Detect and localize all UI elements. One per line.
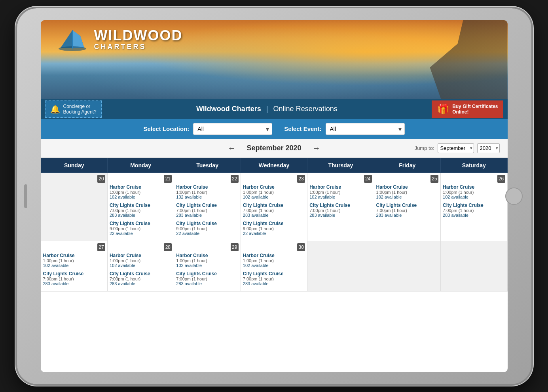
event-25-harbor[interactable]: Harbor Cruise 1:00pm (1 hour) 102 availa… — [376, 184, 438, 199]
cal-day-empty-thu — [307, 241, 374, 291]
calendar-week-2: 27 Harbor Cruise 1:00pm (1 hour) 102 ava… — [41, 241, 507, 291]
cal-day-24: 24 Harbor Cruise 1:00pm (1 hour) 102 ava… — [307, 172, 374, 241]
tablet-frame: WILDWOOD CHARTERS 🔔 Concierge or Booking… — [17, 8, 531, 384]
cal-day-26: 26 Harbor Cruise 1:00pm (1 hour) 102 ava… — [441, 172, 507, 241]
event-23-city-lights-2[interactable]: City Lights Cruise 9:00pm (1 hour) 22 av… — [243, 221, 305, 236]
event-23-harbor[interactable]: Harbor Cruise 1:00pm (1 hour) 102 availa… — [243, 184, 305, 199]
svg-marker-1 — [72, 30, 84, 48]
event-27-harbor[interactable]: Harbor Cruise 1:00pm (1 hour) 102 availa… — [43, 253, 105, 268]
brand-name: WILDWOOD — [94, 28, 183, 43]
calendar-week-1: 20 21 Harbor Cruise 1:00pm (1 hour) 102 … — [41, 172, 507, 241]
calendar-table: Sunday Monday Tuesday Wednesday Thursday… — [41, 158, 508, 292]
event-24-city-lights-1[interactable]: City Lights Cruise 7:00pm (1 hour) 283 a… — [309, 203, 372, 218]
gift-line1: Buy Gift Certificates — [452, 104, 498, 109]
concierge-line2: Booking Agent? — [63, 109, 97, 115]
hero-logo: WILDWOOD CHARTERS — [57, 28, 183, 52]
event-28-city-lights-1[interactable]: City Lights Cruise 7:00pm (1 hour) 283 a… — [110, 271, 172, 286]
event-26-city-lights-1[interactable]: City Lights Cruise 7:00pm (1 hour) 283 a… — [443, 203, 505, 218]
jump-year-select[interactable]: 2019 2020 2021 — [477, 143, 500, 153]
event-21-city-lights-1[interactable]: City Lights Cruise 7:00pm (1 hour) 283 a… — [110, 203, 172, 218]
event-28-harbor[interactable]: Harbor Cruise 1:00pm (1 hour) 102 availa… — [110, 253, 172, 268]
event-29-city-lights-1[interactable]: City Lights Cruise 7:00pm (1 hour) 283 a… — [176, 271, 238, 286]
cal-day-empty-fri — [374, 241, 440, 291]
calendar-body: 20 21 Harbor Cruise 1:00pm (1 hour) 102 … — [41, 172, 507, 291]
location-select[interactable]: All Downtown Marina — [193, 123, 272, 135]
tablet-screen: WILDWOOD CHARTERS 🔔 Concierge or Booking… — [41, 20, 508, 372]
cal-day-22: 22 Harbor Cruise 1:00pm (1 hour) 102 ava… — [174, 172, 241, 241]
event-24-harbor[interactable]: Harbor Cruise 1:00pm (1 hour) 102 availa… — [309, 184, 372, 199]
header-friday: Friday — [374, 158, 440, 172]
cal-day-empty-sat — [441, 241, 507, 291]
nav-title-strong: Wildwood Charters — [196, 105, 261, 113]
gift-button[interactable]: 🎁 Buy Gift Certificates Online! — [432, 100, 503, 118]
day-number-24: 24 — [364, 175, 372, 183]
day-number-21: 21 — [164, 175, 172, 183]
cal-month-year: September 2020 — [247, 144, 301, 152]
event-select-wrapper: All Harbor Cruise City Lights Cruise — [326, 123, 405, 135]
event-22-city-lights-2[interactable]: City Lights Cruise 9:00pm (1 hour) 22 av… — [176, 221, 238, 236]
nav-separator: | — [266, 105, 268, 113]
concierge-icon: 🔔 — [50, 104, 60, 114]
header-tuesday: Tuesday — [174, 158, 241, 172]
cal-day-30: 30 Harbor Cruise 1:00pm (1 hour) 102 ava… — [241, 241, 307, 291]
location-filter-group: Select Location: All Downtown Marina — [143, 123, 272, 135]
cal-day-21: 21 Harbor Cruise 1:00pm (1 hour) 102 ava… — [107, 172, 174, 241]
calendar-nav: ← September 2020 → Jump to: September Ja… — [41, 139, 508, 158]
nav-bar: 🔔 Concierge or Booking Agent? Wildwood C… — [41, 99, 508, 119]
concierge-line1: Concierge or — [63, 104, 97, 109]
event-25-city-lights-1[interactable]: City Lights Cruise 7:00pm (1 hour) 283 a… — [376, 203, 438, 218]
day-number-29: 29 — [231, 243, 239, 251]
concierge-button[interactable]: 🔔 Concierge or Booking Agent? — [45, 100, 102, 118]
hero-banner: WILDWOOD CHARTERS — [41, 20, 508, 99]
jump-label: Jump to: — [415, 145, 434, 151]
header-monday: Monday — [107, 158, 174, 172]
cal-day-23: 23 Harbor Cruise 1:00pm (1 hour) 102 ava… — [241, 172, 307, 241]
event-30-harbor[interactable]: Harbor Cruise 1:00pm (1 hour) 102 availa… — [243, 253, 305, 268]
cal-day-25: 25 Harbor Cruise 1:00pm (1 hour) 102 ava… — [374, 172, 440, 241]
event-select[interactable]: All Harbor Cruise City Lights Cruise — [326, 123, 405, 135]
event-27-city-lights-1[interactable]: City Lights Cruise 7:00pm (1 hour) 283 a… — [43, 271, 105, 286]
gift-line2: Online! — [452, 109, 498, 115]
calendar-container: Sunday Monday Tuesday Wednesday Thursday… — [41, 158, 508, 292]
day-number-28: 28 — [164, 243, 172, 251]
brand-sub: CHARTERS — [94, 43, 183, 51]
event-23-city-lights-1[interactable]: City Lights Cruise 7:00pm (1 hour) 283 a… — [243, 203, 305, 218]
day-number-26: 26 — [497, 175, 505, 183]
nav-title: Wildwood Charters | Online Reservations — [196, 105, 338, 113]
brand-text: WILDWOOD CHARTERS — [94, 28, 183, 51]
event-label: Select Event: — [284, 125, 321, 132]
header-wednesday: Wednesday — [241, 158, 307, 172]
jump-month-wrapper: September JanuaryFebruaryMarch AprilMayJ… — [438, 143, 474, 153]
calendar-header-row: Sunday Monday Tuesday Wednesday Thursday… — [41, 158, 507, 172]
cal-jump: Jump to: September JanuaryFebruaryMarch … — [415, 143, 500, 153]
header-thursday: Thursday — [307, 158, 374, 172]
day-number-22: 22 — [231, 175, 239, 183]
cal-day-28: 28 Harbor Cruise 1:00pm (1 hour) 102 ava… — [107, 241, 174, 291]
location-select-wrapper: All Downtown Marina — [193, 123, 272, 135]
event-22-city-lights-1[interactable]: City Lights Cruise 7:00pm (1 hour) 283 a… — [176, 203, 238, 218]
event-22-harbor[interactable]: Harbor Cruise 1:00pm (1 hour) 102 availa… — [176, 184, 238, 199]
event-filter-group: Select Event: All Harbor Cruise City Lig… — [284, 123, 404, 135]
filter-bar: Select Location: All Downtown Marina Sel… — [41, 119, 508, 139]
prev-month-button[interactable]: ← — [224, 143, 239, 153]
event-21-city-lights-2[interactable]: City Lights Cruise 9:00pm (1 hour) 22 av… — [110, 221, 172, 236]
event-29-harbor[interactable]: Harbor Cruise 1:00pm (1 hour) 102 availa… — [176, 253, 238, 268]
day-number-25: 25 — [430, 175, 438, 183]
event-26-harbor[interactable]: Harbor Cruise 1:00pm (1 hour) 102 availa… — [443, 184, 505, 199]
next-month-button[interactable]: → — [309, 143, 324, 153]
cal-day-27: 27 Harbor Cruise 1:00pm (1 hour) 102 ava… — [41, 241, 107, 291]
day-number-23: 23 — [297, 175, 305, 183]
jump-month-select[interactable]: September JanuaryFebruaryMarch AprilMayJ… — [438, 143, 474, 153]
concierge-text: Concierge or Booking Agent? — [63, 104, 97, 115]
cal-day-29: 29 Harbor Cruise 1:00pm (1 hour) 102 ava… — [174, 241, 241, 291]
day-number-30: 30 — [297, 243, 305, 251]
day-number-27: 27 — [97, 243, 105, 251]
jump-year-wrapper: 2019 2020 2021 — [477, 143, 500, 153]
day-number-20: 20 — [97, 175, 105, 183]
gift-icon: 🎁 — [437, 104, 449, 115]
event-30-city-lights-1[interactable]: City Lights Cruise 7:00pm (1 hour) 283 a… — [243, 271, 305, 286]
location-label: Select Location: — [143, 125, 189, 132]
gift-text: Buy Gift Certificates Online! — [452, 104, 498, 115]
cal-nav-center: ← September 2020 → — [224, 143, 323, 153]
event-21-harbor[interactable]: Harbor Cruise 1:00pm (1 hour) 102 availa… — [110, 184, 172, 199]
